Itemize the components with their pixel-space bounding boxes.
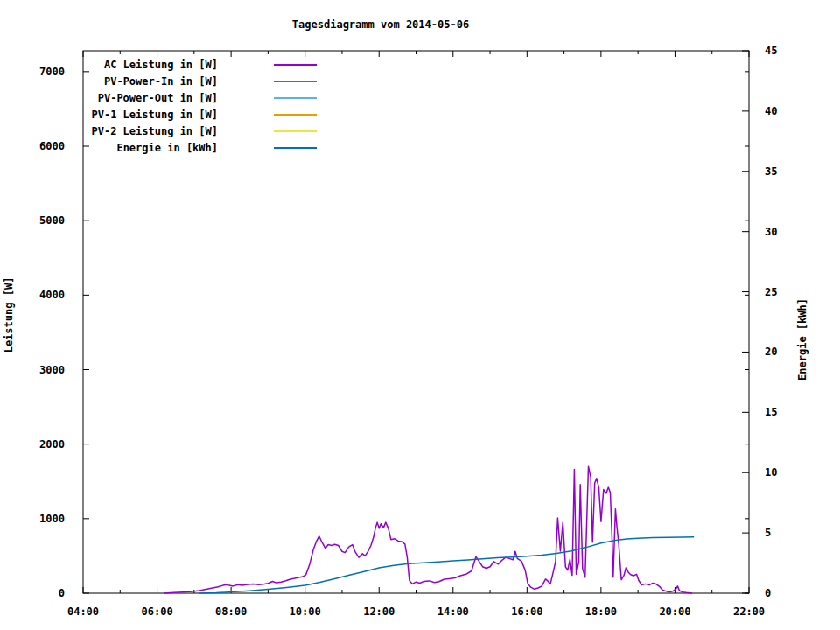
legend-label: PV-1 Leistung in [W] <box>66 108 218 121</box>
legend-label: PV-Power-In in [W] <box>66 75 218 88</box>
y2-tick-label: 15 <box>765 406 777 418</box>
y2-tick-label: 35 <box>765 165 777 178</box>
y1-tick-label: 2000 <box>39 438 65 451</box>
legend-item: PV-Power-In in [W] <box>66 73 317 89</box>
legend: AC Leistung in [W]PV-Power-In in [W]PV-P… <box>66 56 317 156</box>
y1-tick-label: 7000 <box>39 66 65 78</box>
y1-axis-title: Leistung [W] <box>3 277 15 354</box>
x-tick-label: 18:00 <box>585 606 617 618</box>
y1-tick-label: 4000 <box>39 289 65 301</box>
legend-label: Energie in [kWh] <box>66 142 218 154</box>
legend-item: Energie in [kWh] <box>66 139 317 156</box>
y2-tick-label: 0 <box>765 587 771 599</box>
legend-line-swatch <box>274 80 317 82</box>
y2-tick-label: 25 <box>765 286 777 298</box>
x-tick-label: 06:00 <box>141 606 172 618</box>
legend-label: PV-2 Leistung in [W] <box>66 125 218 137</box>
legend-label: AC Leistung in [W] <box>66 59 218 71</box>
legend-line-swatch <box>274 114 317 116</box>
chart-canvas: Tagesdiagramm vom 2014-05-06 04:0006:000… <box>0 0 840 630</box>
y2-tick-label: 30 <box>765 226 777 238</box>
legend-line-swatch <box>274 130 317 132</box>
y2-tick-label: 40 <box>765 105 777 117</box>
y2-tick-label: 45 <box>765 45 777 57</box>
series-line-ac-leistung-in-w- <box>164 466 692 593</box>
x-tick-label: 08:00 <box>215 606 247 618</box>
legend-line-swatch <box>274 147 317 149</box>
x-tick-label: 12:00 <box>363 606 395 618</box>
legend-line-swatch <box>274 97 317 99</box>
y2-tick-label: 5 <box>765 527 771 539</box>
y2-axis-title: Energie [kWh] <box>796 298 808 381</box>
y1-tick-label: 1000 <box>39 513 65 525</box>
y2-tick-label: 10 <box>765 466 777 479</box>
legend-item: PV-Power-Out in [W] <box>66 89 317 106</box>
legend-item: AC Leistung in [W] <box>66 56 317 73</box>
legend-line-swatch <box>274 64 317 66</box>
legend-label: PV-Power-Out in [W] <box>66 92 218 104</box>
y1-tick-label: 5000 <box>39 214 65 227</box>
legend-item: PV-1 Leistung in [W] <box>66 106 317 122</box>
y1-tick-label: 6000 <box>39 140 65 152</box>
x-tick-label: 10:00 <box>290 606 321 618</box>
x-tick-label: 14:00 <box>438 606 469 618</box>
x-tick-label: 20:00 <box>659 606 690 618</box>
y1-tick-label: 0 <box>59 587 65 599</box>
x-tick-label: 22:00 <box>733 606 765 618</box>
legend-item: PV-2 Leistung in [W] <box>66 122 317 139</box>
x-tick-label: 04:00 <box>67 606 99 618</box>
y1-tick-label: 3000 <box>39 364 65 376</box>
y2-tick-label: 20 <box>765 346 777 358</box>
x-tick-label: 16:00 <box>511 606 542 618</box>
